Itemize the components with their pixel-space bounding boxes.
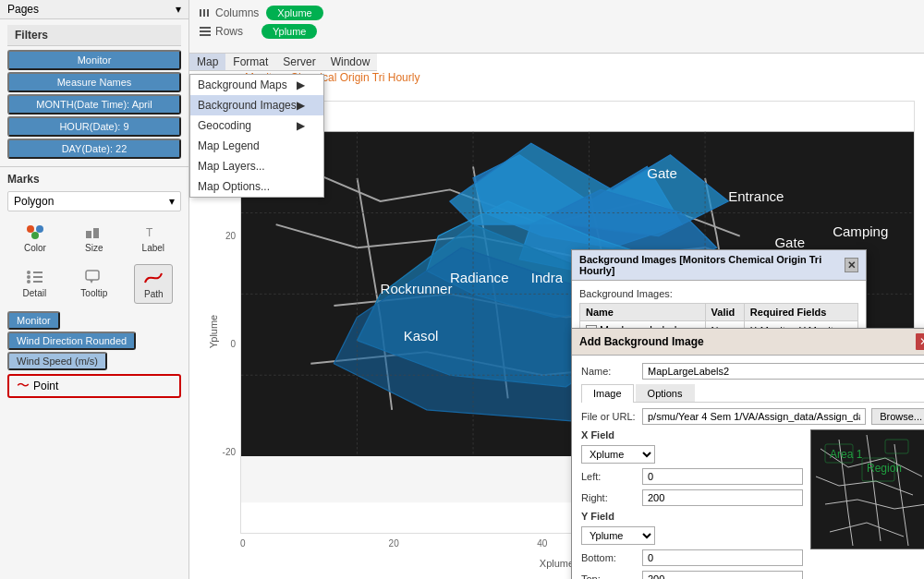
color-icon: [24, 223, 46, 241]
menu-map[interactable]: Map: [189, 54, 225, 70]
x-tick-20: 20: [389, 538, 399, 549]
bottom-input[interactable]: [642, 549, 803, 566]
svg-rect-19: [200, 34, 211, 36]
x-axis-label: Xplume: [540, 558, 574, 569]
left-input[interactable]: [642, 468, 803, 485]
bg-images-close-btn[interactable]: ✕: [845, 258, 858, 272]
marks-detail-btn[interactable]: Detail: [16, 264, 55, 304]
add-bg-titlebar: Add Background Image ✕: [572, 329, 924, 356]
map-legend-label: Map Legend: [198, 139, 260, 152]
x-tick-0: 0: [240, 538, 246, 549]
filter-day[interactable]: DAY(Date): 22: [7, 139, 181, 159]
menu-window[interactable]: Window: [323, 54, 378, 70]
marks-tooltip-btn[interactable]: Tooltip: [73, 264, 115, 304]
marks-pill-wind-speed[interactable]: Wind Speed (m/s): [7, 352, 107, 370]
bg-images-titlebar: Background Images [Monitors Chemical Ori…: [572, 250, 866, 281]
marks-color-btn[interactable]: Color: [17, 219, 54, 257]
svg-rect-4: [93, 228, 99, 238]
filter-month[interactable]: MONTH(Date Time): April: [7, 94, 181, 115]
marks-pill-wind-dir[interactable]: Wind Direction Rounded: [7, 332, 136, 350]
top-row: Top:: [581, 571, 803, 579]
dropdown-background-maps[interactable]: Background Maps ▶: [190, 75, 323, 95]
color-label: Color: [24, 243, 46, 253]
marks-section: Marks Polygon ▾ Color: [0, 167, 188, 405]
y-field-label: Y Field: [581, 511, 614, 522]
filter-hour[interactable]: HOUR(Date): 9: [7, 116, 181, 137]
bg-images-label: Background Images: [198, 99, 297, 112]
svg-rect-44: [811, 430, 924, 549]
file-url-row: File or URL: Browse...: [581, 408, 924, 425]
bg-images-title: Background Images [Monitors Chemical Ori…: [579, 254, 845, 276]
mini-map-preview: Area 1 Region: [810, 429, 924, 549]
marks-path-btn[interactable]: Path: [134, 264, 173, 304]
dropdown-map-layers[interactable]: Map Layers...: [190, 156, 323, 176]
top-label: Top:: [581, 573, 637, 579]
size-icon: [83, 223, 105, 241]
name-input[interactable]: [642, 363, 924, 380]
svg-rect-18: [200, 30, 211, 32]
svg-text:Indra: Indra: [531, 270, 564, 285]
size-label: Size: [85, 243, 103, 253]
filter-measure-names[interactable]: Measure Names: [7, 72, 181, 92]
top-input[interactable]: [642, 571, 803, 579]
left-label: Left:: [581, 471, 637, 482]
svg-point-7: [27, 275, 30, 279]
top-shelf: Columns Xplume Rows Yplume: [189, 0, 924, 54]
menu-bar: Map Format Server Window: [189, 54, 377, 71]
y-field-select[interactable]: Yplume: [581, 526, 655, 545]
label-label: Label: [142, 243, 164, 253]
tab-options[interactable]: Options: [636, 384, 695, 402]
svg-rect-11: [33, 281, 43, 283]
detail-label: Detail: [23, 288, 47, 298]
svg-rect-3: [86, 231, 91, 238]
marks-type-value: Polygon: [14, 195, 54, 208]
filter-monitor[interactable]: Monitor: [7, 50, 181, 70]
y-tick-20: 20: [225, 231, 236, 241]
name-row: Name:: [581, 363, 924, 380]
menu-server[interactable]: Server: [275, 54, 322, 70]
marks-pill-monitor[interactable]: Monitor: [7, 311, 60, 330]
dropdown-map-options[interactable]: Map Options...: [190, 176, 323, 197]
tab-image[interactable]: Image: [581, 384, 634, 403]
svg-rect-14: [200, 9, 201, 17]
y-tick-0: 0: [230, 339, 236, 349]
add-bg-close-btn[interactable]: ✕: [916, 333, 924, 350]
rows-pill[interactable]: Yplume: [261, 24, 317, 39]
file-url-input[interactable]: [642, 408, 866, 425]
svg-point-2: [31, 232, 39, 239]
tooltip-label: Tooltip: [80, 288, 107, 298]
svg-point-1: [36, 225, 43, 233]
dropdown-background-images[interactable]: Background Images ▶: [190, 95, 323, 115]
marks-size-btn[interactable]: Size: [76, 219, 113, 257]
geocoding-arrow: ▶: [297, 119, 305, 132]
fields-section: X Field Xplume Left: Right: Y Field: [581, 429, 803, 579]
marks-point-chip[interactable]: 〜 Point: [7, 374, 181, 398]
fields-and-map: X Field Xplume Left: Right: Y Field: [581, 429, 924, 579]
point-tilde-icon: 〜: [17, 378, 30, 394]
x-field-select[interactable]: Xplume: [581, 445, 655, 464]
name-label: Name:: [581, 366, 637, 377]
bottom-label: Bottom:: [581, 552, 637, 563]
dropdown-map-legend[interactable]: Map Legend: [190, 136, 323, 156]
svg-rect-15: [203, 9, 205, 17]
svg-marker-13: [90, 280, 93, 283]
browse-btn[interactable]: Browse...: [871, 408, 924, 425]
marks-dropdown-icon: ▾: [169, 195, 175, 208]
rows-label: Rows: [215, 25, 243, 38]
svg-rect-17: [200, 27, 211, 29]
columns-pill[interactable]: Xplume: [266, 6, 322, 20]
marks-label-btn[interactable]: T Label: [135, 219, 172, 257]
svg-text:Camping: Camping: [833, 223, 888, 239]
svg-text:Rockrunner: Rockrunner: [381, 281, 453, 296]
svg-rect-16: [207, 9, 209, 17]
add-bg-body: Name: Image Options File or URL: Browse.…: [572, 356, 924, 579]
columns-label: Columns: [215, 6, 259, 19]
filters-header: Filters: [7, 25, 181, 46]
rows-shelf: Rows Yplume: [199, 24, 915, 39]
right-input[interactable]: [642, 489, 803, 506]
marks-type-select[interactable]: Polygon ▾: [7, 191, 181, 211]
menu-format[interactable]: Format: [225, 54, 275, 70]
dropdown-geocoding[interactable]: Geocoding ▶: [190, 115, 323, 136]
left-row: Left:: [581, 468, 803, 485]
svg-point-6: [27, 271, 30, 274]
